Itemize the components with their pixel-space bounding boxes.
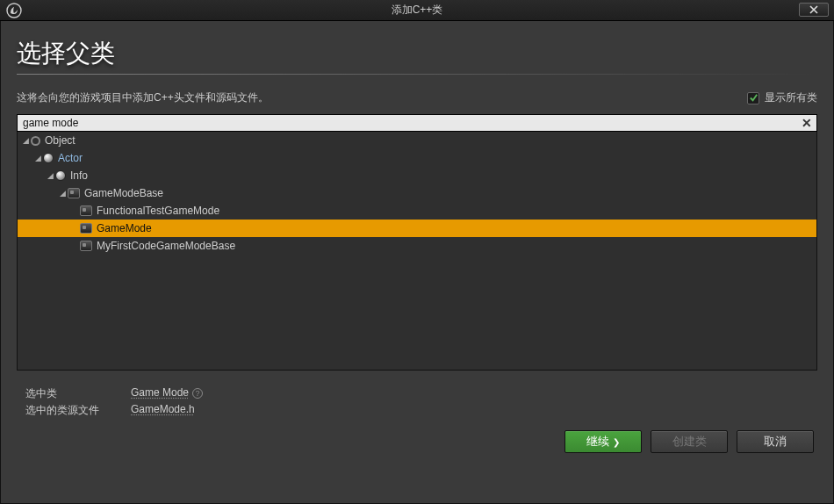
search-container: ✕ [17, 114, 817, 132]
window-title: 添加C++类 [0, 3, 834, 18]
tree-item-label: GameMode [97, 222, 152, 234]
class-tree[interactable]: ◢Object◢Actor◢Info◢GameModeBaseFunctiona… [17, 132, 817, 371]
unreal-logo-icon [5, 2, 23, 19]
tree-item-label: MyFirstCodeGameModeBase [97, 240, 235, 252]
tree-row-actor[interactable]: ◢Actor [18, 149, 816, 167]
class-icon [80, 223, 92, 234]
tree-row-functionaltestgamemode[interactable]: FunctionalTestGameMode [18, 202, 816, 220]
checkbox-icon [747, 92, 759, 104]
tree-item-label: Actor [58, 152, 83, 164]
class-icon [68, 188, 80, 198]
window-close-button[interactable] [799, 3, 829, 17]
dialog-body: 选择父类 这将会向您的游戏项目中添加C++头文件和源码文件。 显示所有类 ✕ ◢… [0, 21, 834, 504]
class-icon [80, 205, 92, 216]
tree-item-label: GameModeBase [84, 187, 163, 199]
tree-row-info[interactable]: ◢Info [18, 167, 816, 184]
show-all-classes-toggle[interactable]: 显示所有类 [747, 90, 817, 105]
selection-info: 选中类 Game Mode? 选中的类源文件 GameMode.h [17, 386, 817, 418]
continue-button[interactable]: 继续❯ [564, 430, 642, 453]
tree-row-gamemode[interactable]: GameMode [18, 220, 816, 237]
expand-caret-icon[interactable]: ◢ [33, 154, 42, 162]
actor-sphere-icon [43, 153, 54, 163]
tree-row-object[interactable]: ◢Object [18, 132, 816, 149]
description-text: 这将会向您的游戏项目中添加C++头文件和源码文件。 [17, 90, 269, 105]
object-sphere-icon [31, 136, 40, 146]
page-heading: 选择父类 [17, 37, 817, 70]
selected-class-value: Game Mode? [131, 386, 203, 401]
chevron-right-icon: ❯ [613, 437, 620, 447]
selected-class-label: 选中类 [25, 386, 131, 401]
dialog-window: 添加C++类 选择父类 这将会向您的游戏项目中添加C++头文件和源码文件。 显示… [0, 0, 834, 504]
create-class-button: 创建类 [651, 430, 728, 453]
class-icon [80, 241, 92, 251]
svg-point-0 [7, 4, 21, 18]
expand-caret-icon[interactable]: ◢ [21, 136, 30, 145]
titlebar: 添加C++类 [0, 0, 834, 21]
expand-caret-icon[interactable]: ◢ [58, 189, 67, 198]
show-all-classes-label: 显示所有类 [765, 90, 817, 105]
clear-search-button[interactable]: ✕ [802, 116, 812, 130]
cancel-button[interactable]: 取消 [737, 430, 814, 453]
tree-item-label: Object [45, 134, 75, 147]
description-row: 这将会向您的游戏项目中添加C++头文件和源码文件。 显示所有类 [17, 90, 817, 105]
tree-row-myfirstcodegamemodebase[interactable]: MyFirstCodeGameModeBase [18, 237, 816, 255]
button-row: 继续❯ 创建类 取消 [17, 430, 817, 453]
actor-sphere-icon [55, 170, 66, 181]
source-file-label: 选中的类源文件 [25, 403, 131, 418]
class-search-input[interactable] [17, 114, 817, 132]
expand-caret-icon[interactable]: ◢ [46, 171, 54, 180]
tree-row-gamemodebase[interactable]: ◢GameModeBase [18, 184, 816, 202]
tree-item-label: Info [70, 169, 88, 182]
heading-separator [17, 74, 817, 75]
help-icon[interactable]: ? [192, 388, 203, 399]
source-file-value[interactable]: GameMode.h [131, 403, 195, 418]
tree-item-label: FunctionalTestGameMode [97, 205, 219, 217]
